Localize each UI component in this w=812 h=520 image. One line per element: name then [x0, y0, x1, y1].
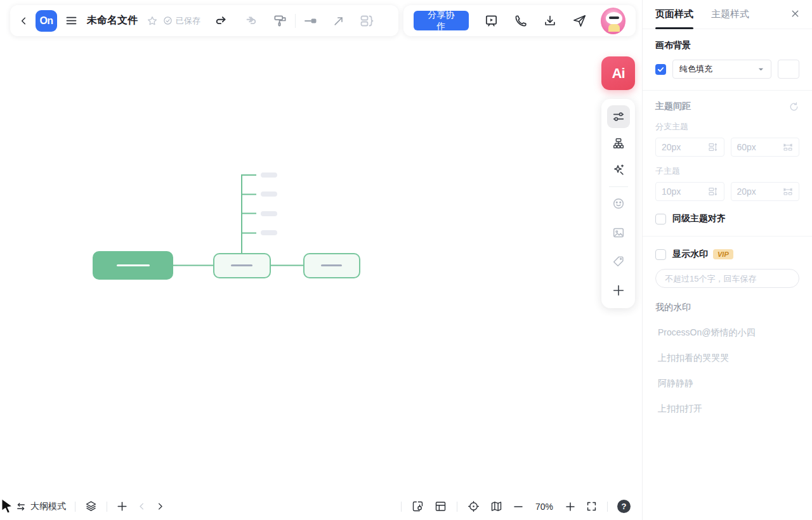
divider: [457, 502, 457, 512]
canvas[interactable]: [0, 0, 642, 520]
canvas-bg-title: 画布背景: [655, 40, 799, 51]
avatar-body: [608, 24, 620, 32]
tab-page-style[interactable]: 页面样式: [655, 0, 693, 29]
ai-assistant-button[interactable]: Ai: [601, 56, 635, 90]
check-circle-icon: [163, 16, 173, 25]
star-icon[interactable]: [147, 15, 158, 27]
bg-color-swatch[interactable]: [778, 60, 799, 79]
divider: [607, 502, 608, 512]
outline-pill-4[interactable]: [261, 230, 277, 235]
fill-mode-select[interactable]: 纯色填充: [672, 60, 771, 79]
send-icon[interactable]: [572, 13, 587, 28]
canvas-bg-checkbox[interactable]: [655, 64, 666, 75]
style-sliders-button[interactable]: [607, 105, 630, 128]
watermark-item[interactable]: 上扣扣打开: [655, 403, 799, 415]
layout-icon[interactable]: [434, 500, 447, 513]
add-tool-button[interactable]: [607, 279, 630, 302]
save-status: 已保存: [163, 15, 200, 27]
prev-page-icon[interactable]: [137, 502, 147, 511]
zoom-in-icon[interactable]: [565, 501, 576, 512]
watermark-input[interactable]: [655, 269, 799, 288]
vip-badge: VIP: [713, 249, 733, 259]
connector-tool-icon[interactable]: [303, 13, 318, 29]
outline-pill-2[interactable]: [261, 192, 277, 197]
outline-pill-3[interactable]: [261, 211, 277, 216]
horizontal-spacing-icon: [783, 186, 793, 197]
sub-topic-2-placeholder: [321, 264, 342, 266]
minimap-icon[interactable]: [490, 500, 503, 513]
image-button[interactable]: [607, 221, 630, 244]
arrow-tool-icon[interactable]: [332, 15, 345, 27]
bottom-right-bar: 70% ?: [401, 500, 631, 513]
layers-icon[interactable]: [84, 500, 98, 513]
watermark-item[interactable]: ProcessOn@矫情的小四: [655, 327, 799, 339]
branch-vertical-value: 20px: [662, 142, 681, 152]
child-vertical-value: 10px: [662, 186, 681, 197]
align-siblings-checkbox[interactable]: [655, 214, 666, 224]
zoom-out-icon[interactable]: [513, 501, 524, 512]
child-vertical-input[interactable]: 10px: [655, 182, 724, 201]
branch-horizontal-value: 60px: [737, 142, 756, 152]
save-status-label: 已保存: [176, 15, 200, 27]
redo-icon[interactable]: [244, 14, 258, 28]
style-panel-header: 页面样式 主题样式: [643, 0, 812, 29]
tag-button[interactable]: [607, 250, 630, 273]
tab-theme-style[interactable]: 主题样式: [711, 0, 749, 29]
mindmap-diagram: [0, 0, 642, 520]
document-title[interactable]: 未命名文件: [87, 14, 138, 27]
child-horizontal-input[interactable]: 20px: [731, 182, 800, 201]
format-painter-icon[interactable]: [273, 13, 287, 28]
close-icon[interactable]: [790, 8, 801, 19]
outline-branch-line: [242, 175, 256, 254]
reset-spacing-icon[interactable]: [789, 101, 799, 112]
branch-spacing-label: 分支主题: [655, 121, 799, 133]
show-watermark-checkbox[interactable]: [655, 249, 666, 260]
undo-icon[interactable]: [214, 14, 228, 28]
watermark-item[interactable]: 上扣扣看的哭哭哭: [655, 353, 799, 364]
style-panel: 页面样式 主题样式 画布背景 纯色填充 主题间距 分支主题: [642, 0, 812, 520]
emoji-button[interactable]: [607, 192, 630, 215]
watermark-item[interactable]: 阿静静静: [655, 378, 799, 389]
menu-icon[interactable]: [65, 14, 78, 27]
vertical-spacing-icon: [708, 142, 718, 152]
help-button[interactable]: ?: [617, 500, 631, 513]
horizontal-spacing-icon: [783, 142, 793, 152]
my-watermark-title: 我的水印: [655, 302, 799, 313]
chevron-down-icon: [757, 66, 764, 73]
divider: [401, 502, 402, 512]
align-siblings-label: 同级主题对齐: [672, 213, 726, 224]
divider: [75, 502, 75, 512]
back-icon[interactable]: [19, 16, 29, 26]
presentation-icon[interactable]: [484, 13, 499, 28]
structure-button[interactable]: [607, 132, 630, 155]
share-button[interactable]: 分享协作: [414, 11, 469, 30]
swap-icon: [15, 501, 27, 512]
sub-topic-1-placeholder: [231, 264, 252, 266]
download-icon[interactable]: [543, 14, 557, 28]
phone-icon[interactable]: [514, 14, 528, 28]
fill-mode-value: 纯色填充: [679, 63, 712, 75]
spacing-title: 主题间距: [655, 101, 691, 112]
branch-vertical-input[interactable]: 20px: [655, 138, 724, 157]
next-page-icon[interactable]: [155, 502, 165, 511]
locate-icon[interactable]: [467, 500, 480, 513]
fullscreen-icon[interactable]: [586, 500, 598, 512]
main-topic-placeholder: [117, 264, 150, 266]
outline-mode-label: 大纲模式: [30, 501, 66, 512]
branch-horizontal-input[interactable]: 60px: [731, 138, 800, 157]
shape-group-icon[interactable]: [359, 13, 374, 29]
outline-pill-1[interactable]: [261, 172, 277, 178]
outline-mode-toggle[interactable]: 大纲模式: [15, 501, 66, 512]
drag-mode-icon[interactable]: [411, 500, 424, 513]
zoom-level[interactable]: 70%: [534, 502, 555, 512]
share-toolbar: 分享协作: [403, 5, 636, 36]
avatar-eyes: [609, 16, 619, 19]
child-horizontal-value: 20px: [737, 186, 756, 197]
canvas-tool-rail: [601, 99, 635, 308]
main-toolbar: On 未命名文件 已保存: [10, 5, 398, 36]
add-page-icon[interactable]: [116, 500, 128, 512]
divider: [295, 14, 296, 28]
processon-logo[interactable]: On: [36, 10, 57, 32]
user-avatar[interactable]: [601, 8, 625, 34]
beautify-button[interactable]: [607, 159, 630, 181]
